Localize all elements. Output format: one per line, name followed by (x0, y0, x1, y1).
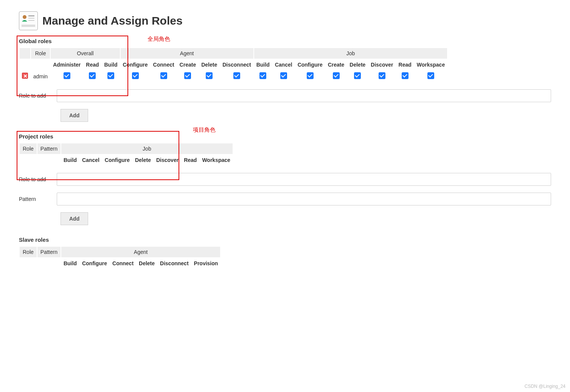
svg-rect-1 (28, 16, 34, 16)
slave-col-agent-build: Build (61, 258, 79, 269)
project-roles-title: Project roles (19, 133, 551, 140)
cb-job-build[interactable] (259, 72, 266, 79)
slave-col-agent-disconnect: Disconnect (158, 258, 191, 269)
cb-job-cancel[interactable] (280, 72, 287, 79)
cb-job-read[interactable] (402, 72, 408, 79)
global-col-job-configure: Configure (295, 59, 325, 70)
global-col-job-build: Build (254, 59, 272, 70)
project-role-to-add-input[interactable] (57, 173, 551, 186)
global-role-name: admin (31, 71, 50, 82)
slave-col-agent-connect: Connect (110, 258, 136, 269)
cb-agent-disconnect[interactable] (233, 72, 240, 79)
page-header: Manage and Assign Roles (19, 11, 551, 30)
cb-job-delete[interactable] (354, 72, 361, 79)
global-role-row: admin (20, 71, 447, 82)
slave-roles-section: Slave roles Role Pattern Agent Build Con… (19, 236, 551, 269)
global-group-overall: Overall (51, 48, 120, 59)
global-col-overall-read: Read (84, 59, 101, 70)
global-group-role: Role (31, 48, 50, 59)
global-col-job-workspace: Workspace (415, 59, 447, 70)
cb-job-workspace[interactable] (427, 72, 434, 79)
project-roles-table: Role Pattern Job Build Cancel Configure … (19, 143, 233, 166)
project-pattern-label: Pattern (19, 196, 53, 202)
cb-overall-build[interactable] (107, 72, 114, 79)
cb-agent-create[interactable] (184, 72, 191, 79)
slave-group-agent: Agent (61, 247, 220, 257)
slave-col-agent-configure: Configure (80, 258, 109, 269)
user-card-icon (19, 11, 38, 30)
project-col-job-delete: Delete (133, 155, 153, 165)
svg-rect-2 (28, 18, 34, 19)
project-col-job-build: Build (61, 155, 79, 165)
global-col-job-cancel: Cancel (273, 59, 295, 70)
global-group-agent: Agent (121, 48, 253, 59)
project-pattern-input[interactable] (57, 193, 551, 205)
project-col-job-discover: Discover (154, 155, 181, 165)
project-col-job-workspace: Workspace (200, 155, 232, 165)
svg-rect-4 (22, 25, 35, 27)
global-roles-title: Global roles (19, 38, 551, 44)
global-col-job-create: Create (326, 59, 347, 70)
global-col-job-delete: Delete (347, 59, 368, 70)
cb-agent-connect[interactable] (160, 72, 167, 79)
project-group-role: Role (20, 143, 37, 154)
slave-roles-title: Slave roles (19, 236, 551, 243)
project-roles-section: 项目角色 Project roles Role Pattern Job Buil… (19, 133, 551, 225)
project-col-job-configure: Configure (103, 155, 132, 165)
global-roles-section: 全局角色 Global roles Role Overall Agent Job… (19, 38, 551, 122)
global-role-to-add-label: Role to add (19, 93, 53, 99)
cb-overall-read[interactable] (89, 72, 96, 79)
global-col-agent-configure: Configure (121, 59, 150, 70)
cb-job-create[interactable] (333, 72, 340, 79)
project-col-job-read: Read (182, 155, 199, 165)
global-col-overall-administer: Administer (51, 59, 83, 70)
global-add-button[interactable]: Add (61, 109, 88, 122)
project-role-to-add-label: Role to add (19, 176, 53, 182)
cb-job-configure[interactable] (307, 72, 314, 79)
cb-job-discover[interactable] (379, 72, 385, 79)
svg-point-0 (23, 15, 26, 19)
global-col-agent-create: Create (177, 59, 199, 70)
annotation-project: 项目角色 (193, 126, 216, 134)
global-col-overall-build: Build (102, 59, 120, 70)
global-col-agent-delete: Delete (199, 59, 219, 70)
project-col-job-cancel: Cancel (80, 155, 102, 165)
global-col-job-discover: Discover (368, 59, 395, 70)
global-col-delete (20, 48, 30, 59)
slave-col-agent-delete: Delete (137, 258, 157, 269)
project-group-job: Job (61, 143, 233, 154)
slave-roles-table: Role Pattern Agent Build Configure Conne… (19, 246, 221, 269)
cb-overall-administer[interactable] (64, 72, 70, 79)
global-col-job-read: Read (396, 59, 414, 70)
project-add-button[interactable]: Add (61, 212, 88, 225)
global-role-to-add-input[interactable] (57, 89, 551, 102)
slave-group-role: Role (20, 247, 37, 257)
project-group-pattern: Pattern (37, 143, 61, 154)
global-roles-table: Role Overall Agent Job Administer Read B… (19, 47, 448, 82)
page-title: Manage and Assign Roles (42, 14, 183, 27)
cb-agent-delete[interactable] (206, 72, 213, 79)
global-col-agent-disconnect: Disconnect (220, 59, 253, 70)
slave-group-pattern: Pattern (37, 247, 61, 257)
delete-role-icon[interactable] (22, 73, 28, 79)
cb-agent-configure[interactable] (132, 72, 139, 79)
svg-rect-3 (28, 20, 34, 21)
slave-col-agent-provision: Provision (192, 258, 221, 269)
global-col-agent-connect: Connect (151, 59, 177, 70)
global-group-job: Job (254, 48, 447, 59)
